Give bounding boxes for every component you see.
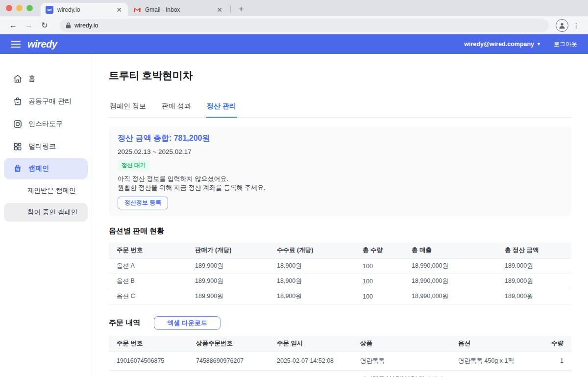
cell-price: 189,900원	[195, 292, 277, 301]
grid-icon	[13, 142, 23, 151]
cell-settlement: 189,000원	[505, 277, 571, 285]
notice-line-1: 아직 정산 정보를 입력하지 않으셨어요.	[118, 175, 563, 183]
excel-download-button[interactable]: 엑셀 다운로드	[154, 316, 220, 330]
sidebar-subitem-proposed-campaigns[interactable]: 제안받은 캠페인	[0, 181, 92, 200]
orders-heading: 주문 내역	[109, 318, 140, 327]
cell-product: 아이템톡 MADIMADI 접이식 스탠드 행거	[360, 375, 458, 377]
browser-tab-strip: wi wiredy.io ✕ Gmail - Inbox ✕ ＋	[0, 0, 588, 16]
sidebar-item-home[interactable]: 홈	[0, 68, 92, 90]
column-header: 주문 일시	[277, 339, 360, 348]
close-tab-icon[interactable]: ✕	[115, 6, 123, 14]
tab-settlement[interactable]: 정산 관리	[206, 97, 237, 117]
sidebar-subitem-label: 제안받은 캠페인	[27, 186, 75, 195]
chevron-down-icon: ▼	[537, 42, 541, 47]
table-row: 옵션 C 189,900원 18,900원 100 18,990,000원 18…	[109, 289, 571, 304]
sidebar: 홈 공동구매 관리 인스타도구 멀티링크 % 캠페인	[0, 54, 92, 377]
column-header: 상품주문번호	[196, 339, 277, 348]
sidebar-item-campaign[interactable]: % 캠페인	[4, 158, 88, 179]
sidebar-item-label: 인스타도구	[28, 120, 63, 128]
instagram-icon	[13, 119, 23, 129]
cell-option: 옵션 A	[117, 262, 195, 270]
cell-order-date: 2025-02-07 14:52:08	[277, 357, 360, 364]
close-window-button[interactable]	[6, 5, 12, 11]
column-header: 주문 번호	[117, 339, 196, 348]
sidebar-item-label: 멀티링크	[28, 142, 56, 151]
column-header: 총 수량	[363, 246, 412, 254]
table-header-row: 주문 번호 판매가 (개당) 수수료 (개당) 총 수량 총 매출 총 정산 금…	[109, 243, 571, 259]
lock-icon	[66, 22, 71, 28]
hamburger-menu-icon[interactable]	[11, 41, 21, 48]
column-header: 수수료 (개당)	[277, 246, 363, 254]
cell-product: 명란톡톡	[360, 357, 458, 365]
column-header: 수량	[546, 339, 571, 348]
table-row: 19016074506875 74588690976207 2025-02-07…	[109, 371, 571, 377]
close-tab-icon[interactable]: ✕	[216, 6, 223, 14]
tab-title: Gmail - Inbox	[145, 6, 216, 13]
cell-option: 명란톡톡 450g x 1팩	[458, 357, 546, 365]
sidebar-subitem-active-campaigns[interactable]: 참여 중인 캠페인	[4, 203, 88, 222]
settlement-period: 2025.02.13 ~ 2025.02.17	[118, 148, 563, 155]
cell-settlement: 189,000원	[505, 262, 571, 270]
table-row: 옵션 A 189,900원 18,900원 100 18,990,000원 18…	[109, 259, 571, 274]
sidebar-item-group-purchase[interactable]: 공동구매 관리	[0, 90, 92, 113]
wiredy-favicon-icon: wi	[46, 6, 53, 14]
cell-qty: 1	[546, 357, 571, 364]
sidebar-item-insta-tools[interactable]: 인스타도구	[0, 113, 92, 135]
cell-qty: 100	[363, 278, 412, 285]
cell-fee: 18,900원	[277, 292, 363, 301]
account-email: wiredy@wired.company	[464, 41, 534, 48]
cell-qty: 100	[363, 263, 412, 270]
account-menu[interactable]: wiredy@wired.company ▼	[464, 41, 541, 48]
column-header: 총 정산 금액	[505, 246, 571, 254]
settlement-total: 정산 금액 총합: 781,200원	[118, 133, 563, 144]
cell-order-no: 19016074506875	[117, 357, 196, 364]
cell-revenue: 18,990,000원	[412, 292, 505, 301]
browser-tab-gmail[interactable]: Gmail - Inbox ✕	[128, 3, 228, 16]
browser-profile-icon[interactable]	[556, 19, 568, 32]
table-row: 19016074506875 74588690976207 2025-02-07…	[109, 352, 571, 371]
tab-campaign-info[interactable]: 캠페인 정보	[109, 97, 147, 117]
table-row: 옵션 B 189,900원 18,900원 100 18,990,000원 18…	[109, 274, 571, 289]
new-tab-button[interactable]: ＋	[235, 2, 247, 14]
cell-price: 189,900원	[195, 262, 277, 270]
option-sales-table: 주문 번호 판매가 (개당) 수수료 (개당) 총 수량 총 매출 총 정산 금…	[109, 243, 571, 304]
minimize-window-button[interactable]	[16, 5, 23, 11]
wiredy-logo: wiredy	[27, 39, 57, 50]
campaign-bag-icon: %	[13, 164, 23, 174]
logout-button[interactable]: 로그아웃	[554, 40, 577, 49]
browser-tab-wiredy[interactable]: wi wiredy.io ✕	[41, 3, 128, 16]
app-header: wiredy wiredy@wired.company ▼ 로그아웃	[0, 34, 588, 54]
cell-option: 옵션 B	[117, 277, 195, 285]
maximize-window-button[interactable]	[26, 5, 33, 11]
page-title: 트루티 호박현미차	[109, 69, 571, 82]
forward-button[interactable]: →	[23, 19, 35, 32]
tab-separator	[230, 5, 231, 13]
back-button[interactable]: ←	[7, 19, 20, 32]
tab-title: wiredy.io	[57, 6, 115, 13]
address-bar[interactable]: wiredy.io	[60, 19, 549, 32]
window-controls	[6, 5, 33, 11]
column-header: 옵션	[458, 339, 546, 348]
svg-text:%: %	[16, 168, 20, 172]
sidebar-subitem-label: 참여 중인 캠페인	[27, 208, 77, 217]
cell-product-order-no: 74588690976207	[196, 357, 277, 364]
cell-option: 옵션 C	[117, 292, 195, 301]
tab-sales-performance[interactable]: 판매 성과	[161, 97, 192, 117]
cell-settlement: 189,000원	[505, 292, 571, 301]
sidebar-item-label: 공동구매 관리	[28, 97, 72, 106]
campaign-tabs: 캠페인 정보 판매 성과 정산 관리	[109, 97, 571, 118]
browser-menu-icon[interactable]: ⋮	[571, 19, 581, 32]
table-header-row: 주문 번호 상품주문번호 주문 일시 상품 옵션 수량	[109, 336, 571, 352]
reload-button[interactable]: ↻	[38, 19, 51, 32]
cell-revenue: 18,990,000원	[412, 277, 505, 285]
sidebar-item-multilink[interactable]: 멀티링크	[0, 135, 92, 158]
sidebar-item-label: 홈	[28, 75, 35, 83]
settlement-summary-card: 정산 금액 총합: 781,200원 2025.02.13 ~ 2025.02.…	[109, 126, 571, 216]
browser-toolbar: ← → ↻ wiredy.io ⋮	[0, 16, 588, 34]
register-settlement-info-button[interactable]: 정산정보 등록	[118, 197, 168, 209]
shopping-bag-icon	[13, 97, 23, 106]
notice-line-2: 원활한 정산을 위해 지금 정산 계좌를 등록해 주세요.	[118, 183, 563, 192]
cell-price: 189,900원	[195, 277, 277, 285]
settlement-status-badge: 정산 대기	[118, 160, 149, 171]
orders-table: 주문 번호 상품주문번호 주문 일시 상품 옵션 수량 190160745068…	[109, 336, 571, 377]
